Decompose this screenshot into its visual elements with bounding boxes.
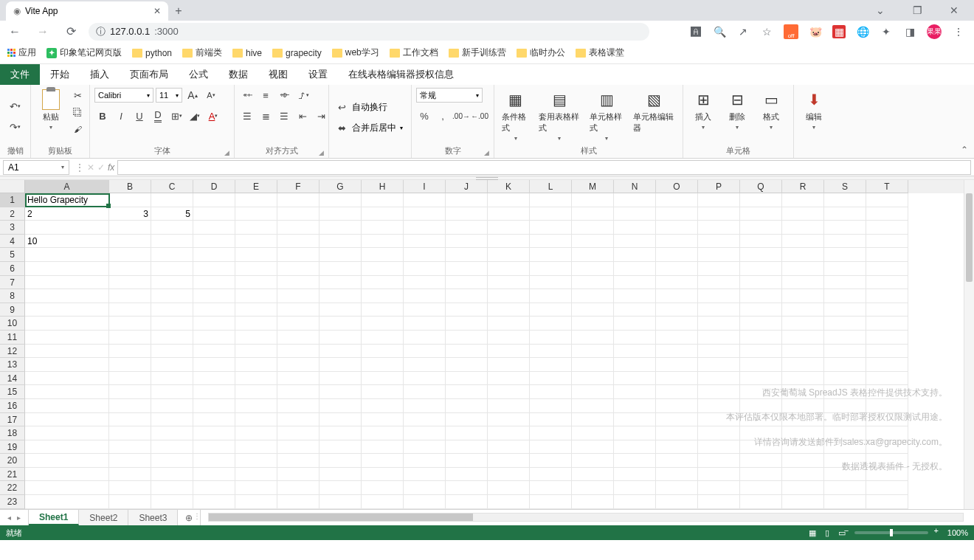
- cell-S14[interactable]: [824, 372, 866, 386]
- cell-L22[interactable]: [530, 481, 572, 495]
- col-header-B[interactable]: B: [109, 180, 151, 193]
- cell-I18[interactable]: [404, 426, 446, 440]
- bookmark-folder-4[interactable]: grapecity: [272, 48, 322, 58]
- cell-T13[interactable]: [866, 358, 908, 372]
- cell-S16[interactable]: [824, 399, 866, 413]
- table-format-button[interactable]: ▤套用表格样式▾: [536, 88, 584, 143]
- font-name-select[interactable]: Calibri▾: [94, 88, 153, 103]
- cell-E4[interactable]: [235, 235, 277, 249]
- fb-cancel-icon[interactable]: ✕: [87, 162, 94, 173]
- cell-N21[interactable]: [614, 468, 656, 482]
- cell-Q20[interactable]: [740, 454, 782, 468]
- cell-S15[interactable]: [824, 385, 866, 399]
- fill-color-button[interactable]: ◢▾: [187, 108, 203, 123]
- cell-I10[interactable]: [404, 317, 446, 331]
- cell-Q8[interactable]: [740, 289, 782, 303]
- cell-M12[interactable]: [572, 345, 614, 359]
- cell-J20[interactable]: [446, 454, 488, 468]
- cell-N8[interactable]: [614, 289, 656, 303]
- cell-R8[interactable]: [782, 289, 824, 303]
- cell-M5[interactable]: [572, 248, 614, 262]
- cell-B8[interactable]: [109, 289, 151, 303]
- undo-button[interactable]: ↶ ▾: [7, 99, 24, 114]
- cell-M1[interactable]: [572, 193, 614, 207]
- cell-H4[interactable]: [362, 235, 404, 249]
- cell-S20[interactable]: [824, 454, 866, 468]
- cell-S18[interactable]: [824, 426, 866, 440]
- cell-G3[interactable]: [320, 221, 362, 235]
- cell-E16[interactable]: [235, 399, 277, 413]
- cell-T16[interactable]: [866, 399, 908, 413]
- cell-E5[interactable]: [235, 248, 277, 262]
- cell-D5[interactable]: [193, 248, 235, 262]
- cell-M16[interactable]: [572, 399, 614, 413]
- close-window-button[interactable]: ✕: [943, 4, 965, 16]
- cell-H20[interactable]: [362, 454, 404, 468]
- paste-button[interactable]: 粘贴 ▾: [35, 88, 66, 132]
- cell-P5[interactable]: [698, 248, 740, 262]
- col-header-R[interactable]: R: [782, 180, 824, 193]
- cell-H13[interactable]: [362, 358, 404, 372]
- cell-F23[interactable]: [277, 495, 320, 509]
- cell-style-button[interactable]: ▥单元格样式▾: [587, 88, 627, 143]
- cell-A1[interactable]: Hello Grapecity: [25, 193, 109, 207]
- cell-B12[interactable]: [109, 345, 151, 359]
- row-header-23[interactable]: 23: [0, 495, 25, 509]
- cell-F16[interactable]: [277, 399, 320, 413]
- cell-E15[interactable]: [235, 385, 277, 399]
- fb-enter-icon[interactable]: ✓: [97, 162, 105, 173]
- cell-J1[interactable]: [446, 193, 488, 207]
- cell-J15[interactable]: [446, 385, 488, 399]
- cell-M9[interactable]: [572, 303, 614, 317]
- cell-C12[interactable]: [151, 345, 193, 359]
- cell-K8[interactable]: [488, 289, 530, 303]
- cell-L8[interactable]: [530, 289, 572, 303]
- cell-Q22[interactable]: [740, 481, 782, 495]
- cell-A10[interactable]: [25, 317, 109, 331]
- cell-I5[interactable]: [404, 248, 446, 262]
- row-header-14[interactable]: 14: [0, 372, 25, 386]
- row-header-5[interactable]: 5: [0, 248, 25, 262]
- cell-B18[interactable]: [109, 426, 151, 440]
- shrink-font-button[interactable]: A▾: [203, 88, 219, 103]
- bookmark-folder-6[interactable]: 工作文档: [390, 46, 438, 59]
- cell-F4[interactable]: [277, 235, 320, 249]
- cell-A22[interactable]: [25, 481, 109, 495]
- cell-A17[interactable]: [25, 413, 109, 427]
- cell-F9[interactable]: [277, 303, 320, 317]
- cell-C23[interactable]: [151, 495, 193, 509]
- cell-R1[interactable]: [782, 193, 824, 207]
- cell-Q23[interactable]: [740, 495, 782, 509]
- cell-E2[interactable]: [235, 207, 277, 221]
- cell-H15[interactable]: [362, 385, 404, 399]
- cell-A18[interactable]: [25, 426, 109, 440]
- align-middle-button[interactable]: ≡: [258, 88, 274, 103]
- font-size-select[interactable]: 11▾: [156, 88, 182, 103]
- ribbon-tab-8[interactable]: 在线表格编辑器授权信息: [338, 64, 464, 85]
- cell-B10[interactable]: [109, 317, 151, 331]
- cell-J12[interactable]: [446, 345, 488, 359]
- cell-F10[interactable]: [277, 317, 320, 331]
- cell-S9[interactable]: [824, 303, 866, 317]
- extensions-icon[interactable]: ✦: [880, 25, 893, 38]
- cell-P11[interactable]: [698, 331, 740, 345]
- ribbon-tab-1[interactable]: 开始: [40, 64, 80, 85]
- cell-I6[interactable]: [404, 262, 446, 276]
- col-header-A[interactable]: A: [25, 180, 109, 193]
- cell-C5[interactable]: [151, 248, 193, 262]
- cell-Q14[interactable]: [740, 372, 782, 386]
- cell-H2[interactable]: [362, 207, 404, 221]
- indent-inc-button[interactable]: ⇥: [313, 108, 329, 123]
- cell-O23[interactable]: [656, 495, 698, 509]
- align-top-button[interactable]: ⬴: [239, 88, 255, 103]
- cell-A2[interactable]: 2: [25, 207, 109, 221]
- cell-P16[interactable]: [698, 399, 740, 413]
- cell-D17[interactable]: [193, 413, 235, 427]
- borders-button[interactable]: ⊞▾: [168, 108, 184, 123]
- cell-N6[interactable]: [614, 262, 656, 276]
- row-header-2[interactable]: 2: [0, 207, 25, 221]
- cell-F19[interactable]: [277, 440, 320, 454]
- bookmark-folder-5[interactable]: web学习: [332, 46, 379, 59]
- cell-K22[interactable]: [488, 481, 530, 495]
- cell-F21[interactable]: [277, 468, 320, 482]
